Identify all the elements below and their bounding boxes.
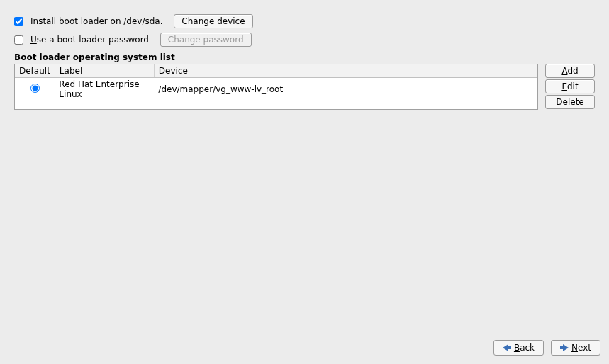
install-bootloader-row: Install boot loader on /dev/sda. Change …	[14, 14, 595, 28]
default-os-radio[interactable]	[30, 84, 40, 93]
change-password-button: Change password	[160, 33, 252, 47]
install-bootloader-checkbox[interactable]	[14, 17, 23, 26]
next-button[interactable]: Next	[551, 340, 600, 356]
back-button[interactable]: Back	[493, 340, 544, 356]
change-device-button[interactable]: Change device	[174, 14, 252, 28]
os-table: Default Label Device Red Hat Enterprise …	[14, 64, 538, 110]
bootloader-password-row: Use a boot loader password Change passwo…	[14, 33, 595, 47]
col-header-device[interactable]: Device	[154, 64, 537, 78]
cell-label: Red Hat Enterprise Linux	[55, 78, 154, 101]
side-buttons: Add Edit Delete	[545, 64, 595, 109]
edit-button[interactable]: Edit	[545, 79, 595, 93]
bootloader-password-checkbox[interactable]	[14, 35, 23, 45]
install-bootloader-label: Install boot loader on /dev/sda.	[30, 16, 163, 26]
col-header-label[interactable]: Label	[55, 64, 154, 78]
table-header-row: Default Label Device	[15, 64, 537, 78]
os-list-title: Boot loader operating system list	[14, 52, 595, 62]
add-button[interactable]: Add	[545, 64, 595, 78]
col-header-default[interactable]: Default	[15, 64, 55, 78]
cell-device: /dev/mapper/vg_www-lv_root	[154, 78, 537, 101]
arrow-left-icon	[503, 344, 511, 351]
bootloader-password-label: Use a boot loader password	[30, 35, 149, 45]
table-row[interactable]: Red Hat Enterprise Linux /dev/mapper/vg_…	[15, 78, 537, 101]
delete-button[interactable]: Delete	[545, 95, 595, 109]
footer-nav: Back Next	[493, 340, 600, 356]
arrow-right-icon	[560, 344, 569, 351]
